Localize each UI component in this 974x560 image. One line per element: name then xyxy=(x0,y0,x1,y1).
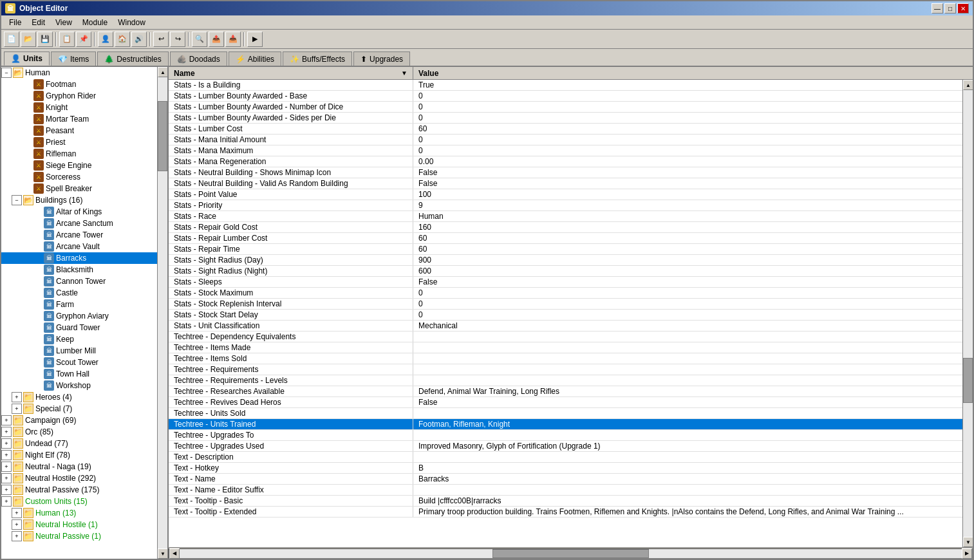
tree-item[interactable]: +📁Undead (77) xyxy=(1,438,157,449)
tree-item[interactable]: ⚔Gryphon Rider xyxy=(1,90,157,102)
props-scroll[interactable]: Stats - Is a BuildingTrueStats - Lumber … xyxy=(169,80,962,547)
prop-row[interactable]: Text - NameBarracks xyxy=(169,474,962,485)
h-scroll-left[interactable]: ◀ xyxy=(169,548,180,559)
tree-item[interactable]: −📂Buildings (16) xyxy=(1,194,157,206)
tree-expander[interactable]: + xyxy=(1,427,12,437)
prop-row[interactable]: Techtree - Upgrades To xyxy=(169,430,962,441)
h-scroll[interactable]: ◀ ▶ xyxy=(169,548,973,559)
tree-expander[interactable]: − xyxy=(1,68,12,78)
menu-view[interactable]: View xyxy=(50,17,77,28)
tree-item[interactable]: 🏛Scout Tower xyxy=(1,357,157,368)
prop-row[interactable]: Techtree - Units Sold xyxy=(169,408,962,419)
tree-item[interactable]: 🏛Guard Tower xyxy=(1,322,157,333)
toolbar-find[interactable]: 🔍 xyxy=(192,32,207,47)
tree-item[interactable]: ⚔Knight xyxy=(1,102,157,113)
right-scrollbar[interactable]: ▲ ▼ xyxy=(962,80,973,547)
tree-item[interactable]: 🏛Workshop xyxy=(1,380,157,391)
prop-row[interactable]: Stats - Sight Radius (Night)600 xyxy=(169,266,962,277)
sort-icon[interactable]: ▼ xyxy=(401,70,407,77)
left-scroll-track[interactable] xyxy=(158,77,167,548)
tree-expander[interactable]: + xyxy=(1,462,12,472)
tree-item[interactable]: +📁Heroes (4) xyxy=(1,391,157,403)
left-scroll-up[interactable]: ▲ xyxy=(158,67,167,77)
tree-container[interactable]: −📂Human⚔Footman⚔Gryphon Rider⚔Knight⚔Mor… xyxy=(1,67,157,559)
toolbar-test[interactable]: ▶ xyxy=(247,32,263,47)
prop-row[interactable]: Text - Tooltip - ExtendedPrimary troop p… xyxy=(169,507,962,518)
tree-expander[interactable]: + xyxy=(1,415,12,425)
tree-expander[interactable]: + xyxy=(1,438,12,449)
tree-item[interactable]: +📁Orc (85) xyxy=(1,426,157,438)
prop-row[interactable]: Techtree - Researches AvailableDefend, A… xyxy=(169,386,962,397)
tree-item[interactable]: 🏛Arcane Sanctum xyxy=(1,218,157,229)
tree-item[interactable]: ⚔Mortar Team xyxy=(1,113,157,125)
tree-expander[interactable]: + xyxy=(12,404,22,414)
tree-item[interactable]: +📁Neutral Hostile (1) xyxy=(1,519,157,530)
tree-expander[interactable]: + xyxy=(1,450,12,460)
tree-item[interactable]: −📂Human xyxy=(1,67,157,79)
right-scroll-track[interactable] xyxy=(963,90,973,537)
tab-upgrades[interactable]: ⬆ Upgrades xyxy=(353,51,410,66)
toolbar-new[interactable]: 📄 xyxy=(4,32,19,47)
tree-item[interactable]: 🏛Cannon Tower xyxy=(1,275,157,287)
tree-expander[interactable]: + xyxy=(12,508,22,518)
prop-row[interactable]: Text - Description xyxy=(169,452,962,463)
tab-abilities[interactable]: ⚡ Abilities xyxy=(229,51,281,66)
toolbar-open[interactable]: 📂 xyxy=(21,32,36,47)
toolbar-copy[interactable]: 📋 xyxy=(59,32,75,47)
prop-row[interactable]: Stats - Stock Replenish Interval0 xyxy=(169,299,962,310)
prop-row[interactable]: Text - HotkeyB xyxy=(169,463,962,474)
toolbar-undo[interactable]: ↩ xyxy=(153,32,169,47)
left-scrollbar[interactable]: ▲ ▼ xyxy=(157,67,167,559)
tree-item[interactable]: +📁Night Elf (78) xyxy=(1,449,157,461)
prop-row[interactable]: Stats - Lumber Bounty Awarded - Base0 xyxy=(169,91,962,102)
toolbar-export[interactable]: 📤 xyxy=(209,32,224,47)
prop-row[interactable]: Stats - Lumber Bounty Awarded - Number o… xyxy=(169,102,962,113)
tree-item[interactable]: +📁Neutral - Naga (19) xyxy=(1,461,157,472)
close-button[interactable]: ✕ xyxy=(957,3,969,14)
h-scroll-track[interactable] xyxy=(180,549,962,558)
tree-item[interactable]: 🏛Arcane Tower xyxy=(1,229,157,241)
tree-item[interactable]: ⚔Priest xyxy=(1,136,157,148)
maximize-button[interactable]: □ xyxy=(944,3,956,14)
tab-doodads[interactable]: 🪨 Doodads xyxy=(170,51,227,66)
prop-row[interactable]: Stats - Sight Radius (Day)900 xyxy=(169,255,962,266)
tree-item[interactable]: 🏛Arcane Vault xyxy=(1,241,157,252)
prop-row[interactable]: Stats - Repair Time60 xyxy=(169,244,962,255)
prop-row[interactable]: Techtree - Upgrades UsedImproved Masonry… xyxy=(169,441,962,452)
prop-row[interactable]: Techtree - Dependency Equivalents xyxy=(169,331,962,342)
menu-file[interactable]: File xyxy=(4,17,26,28)
tree-item[interactable]: +📁Special (7) xyxy=(1,403,157,415)
tree-item[interactable]: 🏛Town Hall xyxy=(1,368,157,380)
tree-item[interactable]: 🏛Lumber Mill xyxy=(1,345,157,357)
tree-expander[interactable]: + xyxy=(1,496,12,507)
tab-destructibles[interactable]: 🌲 Destructibles xyxy=(97,51,168,66)
prop-row[interactable]: Stats - SleepsFalse xyxy=(169,277,962,288)
prop-row[interactable]: Stats - Repair Lumber Cost60 xyxy=(169,233,962,244)
tab-buffs[interactable]: ✨ Buffs/Effects xyxy=(283,51,352,66)
prop-row[interactable]: Techtree - Units TrainedFootman, Riflema… xyxy=(169,419,962,430)
tree-item[interactable]: 🏛Farm xyxy=(1,299,157,310)
prop-row[interactable]: Stats - Mana Regeneration0.00 xyxy=(169,156,962,167)
prop-row[interactable]: Stats - Point Value100 xyxy=(169,189,962,200)
prop-row[interactable]: Stats - Neutral Building - Valid As Rand… xyxy=(169,178,962,189)
tree-item[interactable]: 🏛Altar of Kings xyxy=(1,206,157,218)
tree-expander[interactable]: + xyxy=(12,519,22,530)
tree-item[interactable]: ⚔Sorceress xyxy=(1,171,157,183)
toolbar-paste[interactable]: 📌 xyxy=(76,32,91,47)
tree-expander[interactable]: + xyxy=(1,473,12,483)
minimize-button[interactable]: — xyxy=(932,3,943,14)
tree-item[interactable]: ⚔Siege Engine xyxy=(1,160,157,171)
prop-row[interactable]: Techtree - Items Made xyxy=(169,342,962,353)
prop-row[interactable]: Stats - Stock Start Delay0 xyxy=(169,310,962,321)
menu-module[interactable]: Module xyxy=(77,17,113,28)
prop-row[interactable]: Stats - Lumber Bounty Awarded - Sides pe… xyxy=(169,113,962,124)
tree-expander[interactable]: + xyxy=(1,485,12,495)
prop-row[interactable]: Text - Name - Editor Suffix xyxy=(169,485,962,496)
prop-row[interactable]: Techtree - Requirements - Levels xyxy=(169,375,962,386)
tree-expander[interactable]: − xyxy=(12,195,22,205)
tree-item[interactable]: ⚔Spell Breaker xyxy=(1,183,157,194)
toolbar-sound[interactable]: 🔊 xyxy=(131,32,147,47)
tree-item[interactable]: +📁Custom Units (15) xyxy=(1,496,157,507)
prop-row[interactable]: Stats - Stock Maximum0 xyxy=(169,288,962,299)
toolbar-unit[interactable]: 👤 xyxy=(98,32,113,47)
